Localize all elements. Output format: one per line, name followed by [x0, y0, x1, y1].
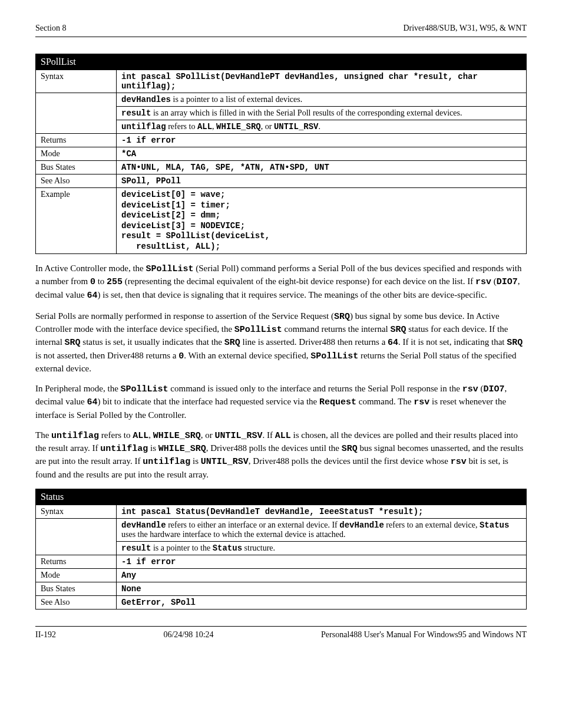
- label-syntax: Syntax: [36, 505, 117, 518]
- label-mode: Mode: [36, 568, 117, 582]
- value-mode: Any: [117, 568, 527, 582]
- paragraph-2: Serial Polls are normally performed in r…: [35, 310, 527, 374]
- table-row: Bus States None: [36, 582, 527, 595]
- value-result: result is a pointer to the Status struct…: [117, 541, 527, 555]
- table-row: Returns -1 if error: [36, 134, 527, 147]
- spolllist-title: SPollList: [36, 54, 527, 70]
- table-row: Syntax int pascal SPollList(DevHandlePT …: [36, 70, 527, 93]
- header-left: Section 8: [35, 24, 67, 33]
- value-example: deviceList[0] = wave; deviceList[1] = ti…: [117, 188, 527, 254]
- label-bus: Bus States: [36, 161, 117, 174]
- empty-label: [36, 93, 117, 134]
- label-returns: Returns: [36, 555, 117, 568]
- paragraph-3: In Peripheral mode, the SPollList comman…: [35, 383, 527, 421]
- label-seealso: See Also: [36, 595, 117, 609]
- value-devhandles: devHandles is a pointer to a list of ext…: [117, 93, 527, 107]
- header-right: Driver488/SUB, W31, W95, & WNT: [403, 24, 527, 33]
- table-row: Returns -1 if error: [36, 555, 527, 568]
- table-row: Syntax int pascal Status(DevHandleT devH…: [36, 505, 527, 518]
- table-row: Mode *CA: [36, 147, 527, 161]
- table-row: Bus States ATN•UNL, MLA, TAG, SPE, *ATN,…: [36, 161, 527, 174]
- footer-right: Personal488 User's Manual For Windows95 …: [321, 630, 527, 640]
- label-example: Example: [36, 188, 117, 254]
- paragraph-1: In Active Controller mode, the SPollList…: [35, 262, 527, 302]
- table-row: Example deviceList[0] = wave; deviceList…: [36, 188, 527, 254]
- footer-center: 06/24/98 10:24: [163, 630, 213, 640]
- label-mode: Mode: [36, 147, 117, 161]
- value-devhandle: devHandle refers to either an interface …: [117, 518, 527, 541]
- value-syntax: int pascal Status(DevHandleT devHandle, …: [117, 505, 527, 518]
- table-row: devHandles is a pointer to a list of ext…: [36, 93, 527, 107]
- value-result: result is an array which is filled in wi…: [117, 107, 527, 120]
- value-bus: ATN•UNL, MLA, TAG, SPE, *ATN, ATN•SPD, U…: [117, 161, 527, 174]
- label-bus: Bus States: [36, 582, 117, 595]
- value-mode: *CA: [117, 147, 527, 161]
- label-syntax: Syntax: [36, 70, 117, 93]
- value-seealso: SPoll, PPoll: [117, 174, 527, 188]
- table-row: See Also SPoll, PPoll: [36, 174, 527, 188]
- value-returns: -1 if error: [117, 555, 527, 568]
- label-seealso: See Also: [36, 174, 117, 188]
- status-table: Status Syntax int pascal Status(DevHandl…: [35, 489, 527, 610]
- footer-left: II-192: [35, 630, 56, 640]
- status-title: Status: [36, 489, 527, 505]
- table-row: Mode Any: [36, 568, 527, 582]
- value-syntax: int pascal SPollList(DevHandlePT devHand…: [117, 70, 527, 93]
- table-row: devHandle refers to either an interface …: [36, 518, 527, 541]
- empty-label: [36, 518, 117, 555]
- value-seealso: GetError, SPoll: [117, 595, 527, 609]
- label-returns: Returns: [36, 134, 117, 147]
- value-returns: -1 if error: [117, 134, 527, 147]
- spolllist-table: SPollList Syntax int pascal SPollList(De…: [35, 54, 527, 254]
- table-row: See Also GetError, SPoll: [36, 595, 527, 609]
- value-bus: None: [117, 582, 527, 595]
- paragraph-4: The untilflag refers to ALL, WHILE_SRQ, …: [35, 429, 527, 480]
- value-untilflag: untilflag refers to ALL, WHILE_SRQ, or U…: [117, 120, 527, 134]
